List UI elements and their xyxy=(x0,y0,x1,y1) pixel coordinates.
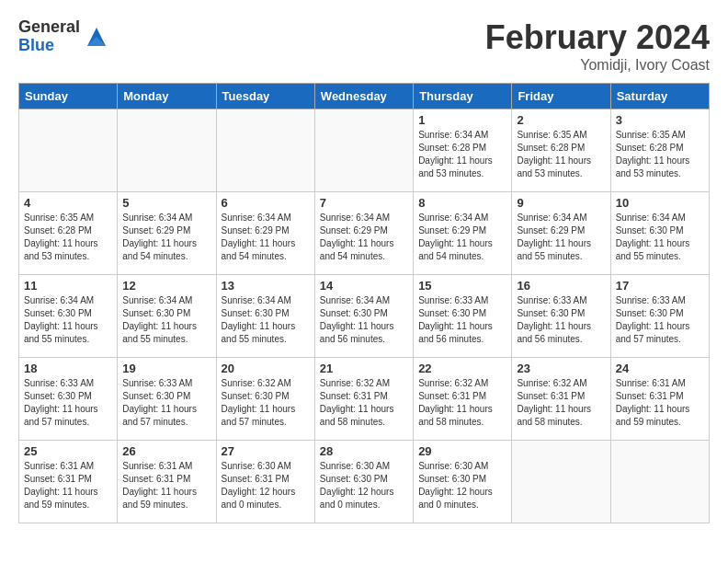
day-info: Sunrise: 6:34 AM Sunset: 6:29 PM Dayligh… xyxy=(222,212,310,263)
day-info: Sunrise: 6:33 AM Sunset: 6:30 PM Dayligh… xyxy=(418,294,506,346)
day-number: 6 xyxy=(222,196,310,210)
day-number: 13 xyxy=(222,279,310,293)
day-of-week-header: Tuesday xyxy=(216,84,314,109)
day-number: 1 xyxy=(418,113,506,127)
day-info: Sunrise: 6:35 AM Sunset: 6:28 PM Dayligh… xyxy=(24,212,112,263)
day-info: Sunrise: 6:30 AM Sunset: 6:30 PM Dayligh… xyxy=(418,460,506,511)
day-number: 2 xyxy=(517,113,605,127)
calendar-week-row: 1Sunrise: 6:34 AM Sunset: 6:28 PM Daylig… xyxy=(19,109,710,192)
day-info: Sunrise: 6:33 AM Sunset: 6:30 PM Dayligh… xyxy=(122,377,210,429)
day-info: Sunrise: 6:35 AM Sunset: 6:28 PM Dayligh… xyxy=(517,129,605,180)
calendar-day-cell: 19Sunrise: 6:33 AM Sunset: 6:30 PM Dayli… xyxy=(118,358,216,441)
day-number: 8 xyxy=(418,196,506,210)
day-info: Sunrise: 6:31 AM Sunset: 6:31 PM Dayligh… xyxy=(24,460,112,511)
day-info: Sunrise: 6:32 AM Sunset: 6:31 PM Dayligh… xyxy=(418,377,506,429)
day-info: Sunrise: 6:32 AM Sunset: 6:30 PM Dayligh… xyxy=(222,377,310,429)
calendar-day-cell: 22Sunrise: 6:32 AM Sunset: 6:31 PM Dayli… xyxy=(414,358,512,441)
day-info: Sunrise: 6:34 AM Sunset: 6:30 PM Dayligh… xyxy=(320,294,408,346)
calendar-day-cell: 9Sunrise: 6:34 AM Sunset: 6:29 PM Daylig… xyxy=(512,192,610,275)
calendar-day-cell: 1Sunrise: 6:34 AM Sunset: 6:28 PM Daylig… xyxy=(414,109,512,192)
calendar-day-cell: 25Sunrise: 6:31 AM Sunset: 6:31 PM Dayli… xyxy=(19,441,118,523)
day-info: Sunrise: 6:33 AM Sunset: 6:30 PM Dayligh… xyxy=(517,294,605,346)
day-number: 19 xyxy=(122,362,210,375)
calendar-day-cell: 29Sunrise: 6:30 AM Sunset: 6:30 PM Dayli… xyxy=(414,441,512,523)
day-info: Sunrise: 6:32 AM Sunset: 6:31 PM Dayligh… xyxy=(517,377,605,429)
day-info: Sunrise: 6:34 AM Sunset: 6:30 PM Dayligh… xyxy=(616,212,704,263)
day-info: Sunrise: 6:34 AM Sunset: 6:30 PM Dayligh… xyxy=(222,294,310,346)
calendar-week-row: 25Sunrise: 6:31 AM Sunset: 6:31 PM Dayli… xyxy=(19,441,710,523)
day-number: 5 xyxy=(122,196,210,210)
day-info: Sunrise: 6:31 AM Sunset: 6:31 PM Dayligh… xyxy=(122,460,210,511)
day-number: 9 xyxy=(517,196,605,210)
calendar-day-cell: 7Sunrise: 6:34 AM Sunset: 6:29 PM Daylig… xyxy=(314,192,413,275)
day-number: 20 xyxy=(222,362,310,375)
calendar-day-cell: 16Sunrise: 6:33 AM Sunset: 6:30 PM Dayli… xyxy=(512,275,610,358)
logo: General Blue xyxy=(18,18,109,55)
day-number: 3 xyxy=(616,113,704,127)
day-number: 4 xyxy=(24,196,112,210)
calendar-day-cell: 11Sunrise: 6:34 AM Sunset: 6:30 PM Dayli… xyxy=(19,275,118,358)
calendar-week-row: 18Sunrise: 6:33 AM Sunset: 6:30 PM Dayli… xyxy=(19,358,710,441)
page-header: General Blue February 2024 Yomidji, Ivor… xyxy=(18,18,710,74)
day-info: Sunrise: 6:34 AM Sunset: 6:29 PM Dayligh… xyxy=(418,212,506,263)
day-number: 28 xyxy=(320,444,408,458)
month-year-title: February 2024 xyxy=(485,18,710,57)
day-of-week-header: Friday xyxy=(512,84,610,109)
day-info: Sunrise: 6:32 AM Sunset: 6:31 PM Dayligh… xyxy=(320,377,408,429)
calendar-day-cell: 15Sunrise: 6:33 AM Sunset: 6:30 PM Dayli… xyxy=(414,275,512,358)
calendar-week-row: 11Sunrise: 6:34 AM Sunset: 6:30 PM Dayli… xyxy=(19,275,710,358)
day-number: 10 xyxy=(616,196,704,210)
day-info: Sunrise: 6:34 AM Sunset: 6:29 PM Dayligh… xyxy=(517,212,605,263)
calendar-day-cell: 2Sunrise: 6:35 AM Sunset: 6:28 PM Daylig… xyxy=(512,109,610,192)
calendar-day-cell xyxy=(512,441,610,523)
location-subtitle: Yomidji, Ivory Coast xyxy=(485,57,710,74)
day-number: 18 xyxy=(24,362,112,375)
calendar-week-row: 4Sunrise: 6:35 AM Sunset: 6:28 PM Daylig… xyxy=(19,192,710,275)
calendar-day-cell xyxy=(118,109,216,192)
calendar-day-cell: 13Sunrise: 6:34 AM Sunset: 6:30 PM Dayli… xyxy=(216,275,314,358)
calendar-day-cell: 18Sunrise: 6:33 AM Sunset: 6:30 PM Dayli… xyxy=(19,358,118,441)
day-of-week-header: Sunday xyxy=(19,84,118,109)
day-info: Sunrise: 6:34 AM Sunset: 6:30 PM Dayligh… xyxy=(24,294,112,346)
calendar-day-cell: 27Sunrise: 6:30 AM Sunset: 6:31 PM Dayli… xyxy=(216,441,314,523)
day-info: Sunrise: 6:33 AM Sunset: 6:30 PM Dayligh… xyxy=(616,294,704,346)
day-number: 25 xyxy=(24,444,112,458)
calendar-table: SundayMondayTuesdayWednesdayThursdayFrid… xyxy=(18,83,710,523)
calendar-day-cell: 6Sunrise: 6:34 AM Sunset: 6:29 PM Daylig… xyxy=(216,192,314,275)
day-info: Sunrise: 6:34 AM Sunset: 6:29 PM Dayligh… xyxy=(122,212,210,263)
calendar-day-cell: 10Sunrise: 6:34 AM Sunset: 6:30 PM Dayli… xyxy=(610,192,709,275)
calendar-day-cell: 23Sunrise: 6:32 AM Sunset: 6:31 PM Dayli… xyxy=(512,358,610,441)
calendar-day-cell: 4Sunrise: 6:35 AM Sunset: 6:28 PM Daylig… xyxy=(19,192,118,275)
day-number: 26 xyxy=(122,444,210,458)
day-info: Sunrise: 6:34 AM Sunset: 6:28 PM Dayligh… xyxy=(418,129,506,180)
calendar-day-cell: 3Sunrise: 6:35 AM Sunset: 6:28 PM Daylig… xyxy=(610,109,709,192)
day-number: 23 xyxy=(517,362,605,375)
day-info: Sunrise: 6:31 AM Sunset: 6:31 PM Dayligh… xyxy=(616,377,704,429)
day-info: Sunrise: 6:30 AM Sunset: 6:30 PM Dayligh… xyxy=(320,460,408,511)
calendar-day-cell: 12Sunrise: 6:34 AM Sunset: 6:30 PM Dayli… xyxy=(118,275,216,358)
calendar-header-row: SundayMondayTuesdayWednesdayThursdayFrid… xyxy=(19,84,710,109)
calendar-day-cell: 28Sunrise: 6:30 AM Sunset: 6:30 PM Dayli… xyxy=(314,441,413,523)
calendar-day-cell: 5Sunrise: 6:34 AM Sunset: 6:29 PM Daylig… xyxy=(118,192,216,275)
day-number: 17 xyxy=(616,279,704,293)
calendar-day-cell: 26Sunrise: 6:31 AM Sunset: 6:31 PM Dayli… xyxy=(118,441,216,523)
day-info: Sunrise: 6:34 AM Sunset: 6:30 PM Dayligh… xyxy=(122,294,210,346)
calendar-day-cell xyxy=(610,441,709,523)
calendar-day-cell: 14Sunrise: 6:34 AM Sunset: 6:30 PM Dayli… xyxy=(314,275,413,358)
calendar-day-cell xyxy=(19,109,118,192)
calendar-day-cell: 17Sunrise: 6:33 AM Sunset: 6:30 PM Dayli… xyxy=(610,275,709,358)
day-number: 7 xyxy=(320,196,408,210)
day-of-week-header: Wednesday xyxy=(314,84,413,109)
day-number: 24 xyxy=(616,362,704,375)
calendar-day-cell xyxy=(314,109,413,192)
day-of-week-header: Monday xyxy=(118,84,216,109)
day-of-week-header: Thursday xyxy=(414,84,512,109)
day-number: 12 xyxy=(122,279,210,293)
calendar-day-cell: 21Sunrise: 6:32 AM Sunset: 6:31 PM Dayli… xyxy=(314,358,413,441)
day-number: 27 xyxy=(222,444,310,458)
day-number: 11 xyxy=(24,279,112,293)
calendar-day-cell xyxy=(216,109,314,192)
logo-general-text: General xyxy=(18,18,80,37)
title-section: February 2024 Yomidji, Ivory Coast xyxy=(485,18,710,74)
day-number: 22 xyxy=(418,362,506,375)
